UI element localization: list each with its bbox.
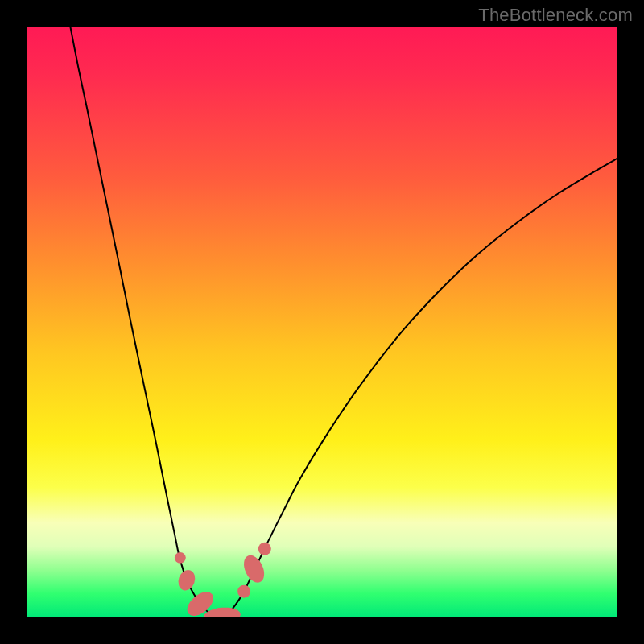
data-marker	[258, 543, 271, 555]
markers-group	[175, 543, 271, 617]
watermark-text: TheBottleneck.com	[478, 5, 633, 26]
left-curve	[70, 27, 220, 617]
plot-area	[27, 27, 617, 617]
right-curve	[220, 159, 617, 617]
data-marker	[175, 552, 186, 564]
chart-frame: TheBottleneck.com	[0, 0, 644, 644]
curves-layer	[27, 27, 617, 617]
data-marker	[175, 568, 198, 592]
data-marker	[237, 585, 250, 598]
data-marker	[240, 552, 268, 586]
